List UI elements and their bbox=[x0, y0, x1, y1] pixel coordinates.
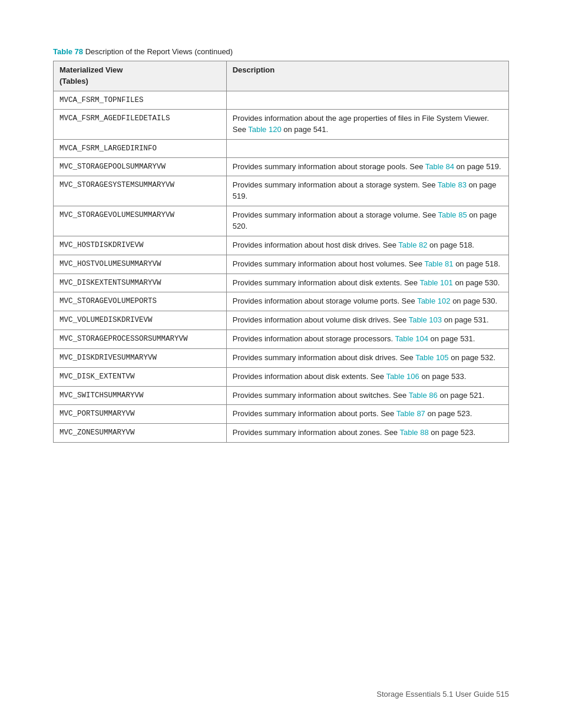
table-row: MVCA_FSRM_LARGEDIRINFO bbox=[54, 139, 509, 157]
view-name-cell: MVC_STORAGEVOLUMEPORTS bbox=[54, 292, 227, 311]
description-cell: Provides information about storage proce… bbox=[226, 330, 508, 349]
table-row: MVC_STORAGEPOOLSUMMARYVWProvides summary… bbox=[54, 157, 509, 176]
table-link[interactable]: Table 82 bbox=[398, 241, 427, 249]
desc-after: on page 531. bbox=[442, 315, 489, 324]
description-cell: Provides information about volume disk d… bbox=[226, 311, 508, 330]
description-cell bbox=[226, 91, 508, 109]
table-link[interactable]: Table 101 bbox=[419, 278, 452, 287]
table-link[interactable]: Table 120 bbox=[248, 125, 281, 134]
desc-after: on page 519. bbox=[454, 162, 501, 171]
desc-after: on page 530. bbox=[453, 278, 500, 287]
desc-text: Provides summary information about ports… bbox=[233, 409, 396, 418]
caption-text: Description of the Report Views (continu… bbox=[83, 47, 233, 56]
desc-after: on page 523. bbox=[425, 409, 472, 418]
table-link[interactable]: Table 104 bbox=[395, 334, 428, 343]
view-name-cell: MVCA_FSRM_TOPNFILES bbox=[54, 91, 227, 109]
description-cell: Provides summary information about disk … bbox=[226, 274, 508, 292]
desc-after: on page 518. bbox=[427, 241, 474, 249]
desc-text: Provides summary information about host … bbox=[233, 259, 425, 268]
description-cell: Provides information about the age prope… bbox=[226, 109, 508, 139]
footer: Storage Essentials 5.1 User Guide 515 bbox=[376, 690, 509, 699]
view-name-cell: MVC_HOSTVOLUMESUMMARYVW bbox=[54, 255, 227, 274]
desc-text: Provides summary information about zones… bbox=[233, 428, 400, 437]
desc-text: Provides information about disk extents.… bbox=[233, 372, 386, 381]
desc-text: Provides information about host disk dri… bbox=[233, 241, 399, 249]
desc-text: Provides summary information about stora… bbox=[233, 162, 425, 171]
table-row: MVC_VOLUMEDISKDRIVEVWProvides informatio… bbox=[54, 311, 509, 330]
view-name-cell: MVC_DISK_EXTENTVW bbox=[54, 367, 227, 386]
table-row: MVC_STORAGEPROCESSORSUMMARYVWProvides in… bbox=[54, 330, 509, 349]
desc-after: on page 518. bbox=[454, 259, 501, 268]
description-cell: Provides information about host disk dri… bbox=[226, 236, 508, 255]
view-name-cell: MVC_VOLUMEDISKDRIVEVW bbox=[54, 311, 227, 330]
table-link[interactable]: Table 83 bbox=[438, 180, 467, 189]
desc-text: Provides information about volume disk d… bbox=[233, 315, 409, 324]
view-name-cell: MVC_STORAGEVOLUMESUMMARYVW bbox=[54, 206, 227, 236]
desc-after: on page 521. bbox=[438, 391, 485, 400]
table-link[interactable]: Table 81 bbox=[424, 259, 453, 268]
view-name-cell: MVCA_FSRM_AGEDFILEDETAILS bbox=[54, 109, 227, 139]
table-row: MVC_ZONESUMMARYVWProvides summary inform… bbox=[54, 424, 509, 443]
table-row: MVCA_FSRM_TOPNFILES bbox=[54, 91, 509, 109]
description-cell: Provides information about disk extents.… bbox=[226, 367, 508, 386]
desc-text: Provides information about storage proce… bbox=[233, 334, 395, 343]
description-cell: Provides summary information about a sto… bbox=[226, 206, 508, 236]
page: Table 78 Description of the Report Views… bbox=[0, 0, 562, 728]
desc-text: Provides summary information about disk … bbox=[233, 278, 420, 287]
table-row: MVC_DISK_EXTENTVWProvides information ab… bbox=[54, 367, 509, 386]
table-row: MVC_HOSTVOLUMESUMMARYVWProvides summary … bbox=[54, 255, 509, 274]
table-row: MVC_DISKEXTENTSUMMARYVWProvides summary … bbox=[54, 274, 509, 292]
description-cell: Provides information about storage volum… bbox=[226, 292, 508, 311]
table-row: MVC_SWITCHSUMMARYVWProvides summary info… bbox=[54, 386, 509, 405]
table-header-row: Materialized View(Tables) Description bbox=[54, 61, 509, 91]
table-link[interactable]: Table 86 bbox=[409, 391, 438, 400]
description-cell: Provides summary information about disk … bbox=[226, 348, 508, 367]
description-cell: Provides summary information about a sto… bbox=[226, 176, 508, 206]
table-link[interactable]: Table 88 bbox=[399, 428, 428, 437]
col-header-view: Materialized View(Tables) bbox=[54, 61, 227, 91]
table-row: MVC_HOSTDISKDRIVEVWProvides information … bbox=[54, 236, 509, 255]
table-row: MVC_STORAGEVOLUMEPORTSProvides informati… bbox=[54, 292, 509, 311]
desc-text: Provides summary information about a sto… bbox=[233, 180, 438, 189]
table-link[interactable]: Table 106 bbox=[386, 372, 419, 381]
table-label: Table 78 bbox=[53, 47, 83, 56]
view-name-cell: MVC_SWITCHSUMMARYVW bbox=[54, 386, 227, 405]
desc-text: Provides summary information about a sto… bbox=[233, 210, 438, 219]
table-row: MVC_PORTSUMMARYVWProvides summary inform… bbox=[54, 405, 509, 424]
desc-after: on page 541. bbox=[282, 125, 329, 134]
view-name-cell: MVC_DISKDRIVESUMMARYVW bbox=[54, 348, 227, 367]
view-name-cell: MVC_ZONESUMMARYVW bbox=[54, 424, 227, 443]
view-name-cell: MVC_STORAGEPROCESSORSUMMARYVW bbox=[54, 330, 227, 349]
table-row: MVC_STORAGEVOLUMESUMMARYVWProvides summa… bbox=[54, 206, 509, 236]
view-name-cell: MVCA_FSRM_LARGEDIRINFO bbox=[54, 139, 227, 157]
data-table: Materialized View(Tables) Description MV… bbox=[53, 61, 509, 443]
view-name-cell: MVC_DISKEXTENTSUMMARYVW bbox=[54, 274, 227, 292]
desc-after: on page 531. bbox=[428, 334, 475, 343]
description-cell: Provides summary information about switc… bbox=[226, 386, 508, 405]
view-name-cell: MVC_HOSTDISKDRIVEVW bbox=[54, 236, 227, 255]
table-link[interactable]: Table 105 bbox=[415, 353, 448, 362]
table-row: MVC_DISKDRIVESUMMARYVWProvides summary i… bbox=[54, 348, 509, 367]
view-name-cell: MVC_STORAGEPOOLSUMMARYVW bbox=[54, 157, 227, 176]
table-link[interactable]: Table 102 bbox=[417, 297, 450, 305]
description-cell: Provides summary information about ports… bbox=[226, 405, 508, 424]
table-caption: Table 78 Description of the Report Views… bbox=[53, 47, 509, 56]
table-row: MVCA_FSRM_AGEDFILEDETAILSProvides inform… bbox=[54, 109, 509, 139]
desc-after: on page 532. bbox=[449, 353, 496, 362]
desc-after: on page 533. bbox=[419, 372, 467, 381]
description-cell: Provides summary information about host … bbox=[226, 255, 508, 274]
table-link[interactable]: Table 103 bbox=[409, 315, 442, 324]
desc-text: Provides summary information about disk … bbox=[233, 353, 415, 362]
table-link[interactable]: Table 84 bbox=[425, 162, 454, 171]
description-cell: Provides summary information about stora… bbox=[226, 157, 508, 176]
description-cell bbox=[226, 139, 508, 157]
desc-after: on page 530. bbox=[451, 297, 498, 305]
table-link[interactable]: Table 85 bbox=[438, 210, 467, 219]
table-link[interactable]: Table 87 bbox=[396, 409, 425, 418]
desc-text: Provides summary information about switc… bbox=[233, 391, 409, 400]
view-name-cell: MVC_STORAGESYSTEMSUMMARYVW bbox=[54, 176, 227, 206]
table-row: MVC_STORAGESYSTEMSUMMARYVWProvides summa… bbox=[54, 176, 509, 206]
desc-text: Provides information about storage volum… bbox=[233, 297, 417, 305]
description-cell: Provides summary information about zones… bbox=[226, 424, 508, 443]
view-name-cell: MVC_PORTSUMMARYVW bbox=[54, 405, 227, 424]
